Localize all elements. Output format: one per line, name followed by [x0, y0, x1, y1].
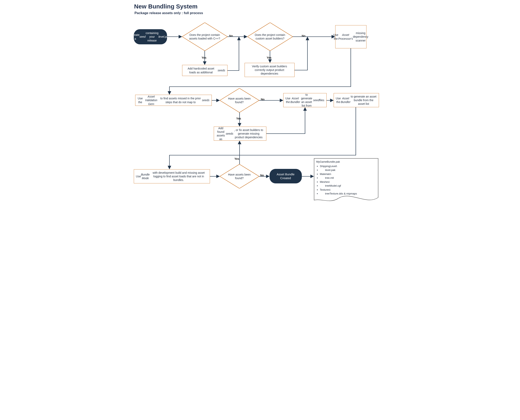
flowchart-canvas: New Bundling System Package release asse… — [130, 0, 390, 210]
doc-item: treeTexture.dds & mipmaps — [320, 192, 376, 196]
process-gen-list: Use the Asset Bundler to generate an ass… — [283, 93, 327, 107]
decision-found2: Have assets been found? — [220, 164, 259, 188]
label-yes: Yes — [235, 157, 239, 160]
label-no: No — [302, 34, 306, 38]
start-node: Create a seed containing your release le… — [134, 29, 167, 44]
doc-header: MyGameBundle.pak — [316, 160, 376, 164]
end-node: Asset Bundle Created — [270, 169, 302, 183]
process-gen-bundle: Use the Asset Bundler to generate an ass… — [334, 93, 379, 107]
process-asset-validation-gem: Use the Asset Validation Gem to find ass… — [135, 95, 212, 106]
decision-cxx: Does the project contain assets loaded w… — [182, 22, 227, 51]
label-yes: Yes — [236, 117, 241, 120]
process-add-found: Add found assets as seeds, or fix asset … — [214, 127, 266, 141]
doc-item: treeModel.cgf — [320, 184, 376, 188]
output-document: MyGameBundle.pak ShippingLevel\level.pak… — [314, 158, 378, 203]
doc-item: Meshes\ — [320, 180, 376, 184]
page-title: New Bundling System — [134, 3, 198, 10]
doc-item: ShippingLevel\ — [320, 164, 376, 168]
doc-item: Textures\ — [320, 188, 376, 192]
label-yes: Yes — [202, 56, 207, 59]
page-subtitle: Package release assets only : full proce… — [134, 11, 203, 15]
label-no: No — [229, 34, 233, 38]
label-yes: Yes — [267, 56, 272, 59]
label-no: No — [260, 174, 264, 177]
process-bundle-mode: Use Bundle Mode with development build a… — [134, 169, 210, 183]
process-add-hardcoded: Add hardcoded asset loads as additional … — [182, 65, 227, 76]
doc-list: ShippingLevel\level.pakMaterials\tree.mt… — [316, 164, 376, 196]
doc-item: level.pak — [320, 168, 376, 172]
label-no: No — [261, 98, 265, 101]
process-ap-scanner: Use the Asset Processor's missing depend… — [335, 25, 366, 48]
decision-found1: Have assets been found? — [220, 88, 259, 112]
process-verify-builders: Verify custom asset builders correctly o… — [245, 63, 295, 77]
decision-builders: Does the project contain custom asset bu… — [247, 22, 293, 51]
doc-item: Materials\ — [320, 172, 376, 176]
doc-item: tree.mtl — [320, 176, 376, 180]
